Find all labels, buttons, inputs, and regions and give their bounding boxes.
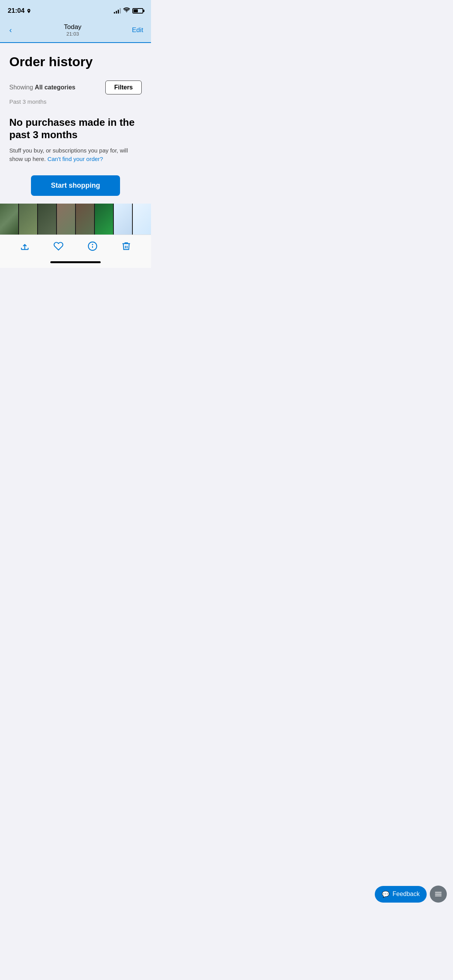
thumbnail-1[interactable] — [0, 204, 18, 235]
trash-button[interactable] — [120, 240, 133, 255]
empty-title: No purchases made in the past 3 months — [9, 117, 142, 140]
signal-bars — [114, 8, 121, 14]
bottom-bar — [0, 235, 151, 258]
share-button[interactable] — [18, 240, 31, 255]
filters-button[interactable]: Filters — [105, 81, 142, 94]
showing-text: Showing All categories — [9, 84, 76, 91]
status-bar: 21:04 — [0, 0, 151, 19]
time-display: 21:04 — [8, 7, 24, 15]
battery-icon — [132, 8, 143, 14]
thumbnail-6[interactable] — [95, 204, 113, 235]
thumbnail-strip — [0, 204, 151, 235]
home-indicator — [0, 258, 151, 268]
thumbnail-7[interactable] — [114, 204, 132, 235]
status-time: 21:04 — [8, 7, 31, 15]
empty-description: Stuff you buy, or subscriptions you pay … — [9, 146, 142, 164]
thumbnail-4[interactable] — [57, 204, 75, 235]
time-filter: Past 3 months — [9, 98, 142, 105]
location-icon — [26, 9, 31, 14]
thumbnail-2[interactable] — [19, 204, 37, 235]
nav-title: Today 21:03 — [64, 23, 81, 37]
status-icons — [114, 7, 143, 14]
thumbnail-8[interactable] — [133, 204, 151, 235]
heart-button[interactable] — [52, 240, 65, 255]
thumbnail-5[interactable] — [76, 204, 94, 235]
edit-button[interactable]: Edit — [132, 26, 143, 34]
cant-find-order-link[interactable]: Can't find your order? — [47, 156, 103, 162]
home-bar — [50, 261, 101, 263]
nav-bar: ‹ Today 21:03 Edit — [0, 19, 151, 43]
info-button[interactable] — [86, 240, 99, 255]
nav-title-sub: 21:03 — [64, 31, 81, 37]
page-title: Order history — [9, 55, 142, 69]
category-label: All categories — [35, 84, 76, 91]
wifi-icon — [123, 7, 130, 14]
start-shopping-button[interactable]: Start shopping — [31, 175, 120, 196]
nav-title-main: Today — [64, 23, 81, 31]
back-button[interactable]: ‹ — [8, 24, 14, 36]
empty-state: No purchases made in the past 3 months S… — [9, 117, 142, 163]
svg-point-0 — [29, 10, 30, 11]
filter-row: Showing All categories Filters — [9, 81, 142, 94]
main-content: Order history Showing All categories Fil… — [0, 43, 151, 204]
showing-label: Showing — [9, 84, 33, 91]
thumbnail-3[interactable] — [38, 204, 56, 235]
